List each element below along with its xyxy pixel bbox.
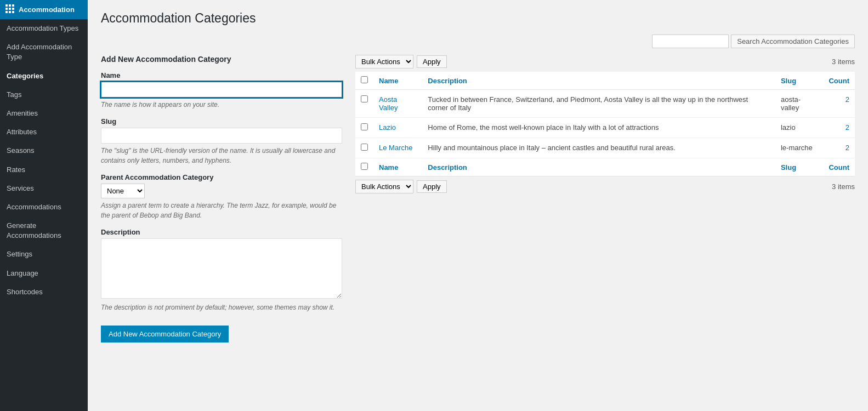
items-count-top: 3 items <box>832 58 855 66</box>
row-checkbox-lazio[interactable] <box>361 123 368 130</box>
parent-hint: Assign a parent term to create a hierarc… <box>101 201 342 220</box>
name-hint: The name is how it appears on your site. <box>101 100 342 110</box>
bulk-actions-select-top[interactable]: Bulk Actions <box>355 55 413 68</box>
sidebar-nav: Accommodation TypesAdd Accommodation Typ… <box>0 19 88 301</box>
sidebar-item-rates[interactable]: Rates <box>0 161 88 179</box>
parent-select[interactable]: None <box>101 184 145 198</box>
header-slug: Slug <box>775 72 824 90</box>
grid-icon <box>5 4 14 15</box>
table-panel: Bulk Actions Apply 3 items Name <box>355 55 855 197</box>
footer-name[interactable]: Name <box>373 158 422 176</box>
header-checkbox-cell <box>355 72 373 90</box>
sidebar-item-attributes[interactable]: Attributes <box>0 123 88 141</box>
row-name-le-marche: Le Marche <box>373 138 422 158</box>
submit-button[interactable]: Add New Accommodation Category <box>101 326 229 342</box>
table-row: Aosta Valley Tucked in between France, S… <box>355 90 855 118</box>
search-area: Search Accommodation Categories <box>652 35 855 48</box>
row-checkbox-aosta-valley[interactable] <box>361 95 368 102</box>
svg-rect-0 <box>5 4 8 7</box>
top-bar: Search Accommodation Categories <box>101 35 855 48</box>
slug-input[interactable] <box>101 128 342 144</box>
footer-count: Count <box>823 158 855 176</box>
name-label: Name <box>101 71 342 79</box>
row-checkbox-le-marche[interactable] <box>361 144 368 151</box>
select-all-checkbox-bottom[interactable] <box>361 163 368 170</box>
bulk-bar-top: Bulk Actions Apply 3 items <box>355 55 855 68</box>
row-count-le-marche[interactable]: 2 <box>823 138 855 158</box>
sidebar-item-generate-accommodations[interactable]: Generate Accommodations <box>0 216 88 245</box>
sidebar-header[interactable]: Accommodation <box>0 0 88 19</box>
row-description-aosta-valley: Tucked in between France, Switzerland, a… <box>422 90 775 118</box>
content-area: Add New Accommodation Category Name The … <box>101 55 855 342</box>
search-input[interactable] <box>652 35 729 48</box>
sidebar-item-accommodations[interactable]: Accommodations <box>0 198 88 216</box>
header-name[interactable]: Name <box>373 72 422 90</box>
parent-group: Parent Accommodation Category None Assig… <box>101 173 342 220</box>
row-name-link-lazio[interactable]: Lazio <box>379 123 396 132</box>
search-button[interactable]: Search Accommodation Categories <box>731 35 855 48</box>
header-description: Description <box>422 72 775 90</box>
svg-rect-3 <box>5 8 8 10</box>
description-group: Description The description is not promi… <box>101 228 342 312</box>
description-label: Description <box>101 228 342 236</box>
sidebar-item-accommodation-types[interactable]: Accommodation Types <box>0 19 88 38</box>
sidebar-item-settings[interactable]: Settings <box>0 245 88 264</box>
name-group: Name The name is how it appears on your … <box>101 71 342 110</box>
slug-group: Slug The "slug" is the URL-friendly vers… <box>101 117 342 165</box>
sidebar-item-add-accommodation-type[interactable]: Add Accommodation Type <box>0 38 88 66</box>
sidebar-item-shortcodes[interactable]: Shortcodes <box>0 283 88 301</box>
slug-label: Slug <box>101 117 342 125</box>
svg-rect-4 <box>9 8 11 10</box>
footer-checkbox-cell <box>355 158 373 176</box>
svg-rect-7 <box>9 11 11 13</box>
form-title: Add New Accommodation Category <box>101 55 342 64</box>
parent-select-wrap: None <box>101 184 342 198</box>
svg-rect-1 <box>9 4 11 7</box>
slug-hint: The "slug" is the URL-friendly version o… <box>101 146 342 165</box>
row-name-lazio: Lazio <box>373 118 422 138</box>
description-textarea[interactable] <box>101 238 342 299</box>
sidebar-item-language[interactable]: Language <box>0 264 88 283</box>
svg-rect-8 <box>12 11 14 13</box>
row-description-lazio: Home of Rome, the most well-known place … <box>422 118 775 138</box>
sidebar: Accommodation Accommodation TypesAdd Acc… <box>0 0 88 411</box>
main-content: Accommodation Categories Search Accommod… <box>88 0 868 411</box>
sidebar-item-tags[interactable]: Tags <box>0 85 88 104</box>
apply-button-top[interactable]: Apply <box>417 55 447 68</box>
categories-table: Name Description Slug Count <box>355 72 855 176</box>
apply-button-bottom[interactable]: Apply <box>417 180 447 193</box>
row-slug-le-marche: le-marche <box>775 138 824 158</box>
table-row: Lazio Home of Rome, the most well-known … <box>355 118 855 138</box>
bulk-actions-select-bottom[interactable]: Bulk Actions <box>355 180 413 193</box>
table-foot: Name Description Slug Count <box>355 158 855 176</box>
sidebar-item-services[interactable]: Services <box>0 179 88 198</box>
select-all-checkbox[interactable] <box>361 76 368 83</box>
form-panel: Add New Accommodation Category Name The … <box>101 55 342 342</box>
name-input[interactable] <box>101 82 342 98</box>
row-name-link-le-marche[interactable]: Le Marche <box>379 144 412 152</box>
row-checkbox-cell <box>355 138 373 158</box>
sidebar-item-amenities[interactable]: Amenities <box>0 104 88 123</box>
row-count-aosta-valley[interactable]: 2 <box>823 90 855 118</box>
sidebar-item-categories[interactable]: Categories <box>0 67 88 85</box>
table-footer-row: Name Description Slug Count <box>355 158 855 176</box>
row-count-lazio[interactable]: 2 <box>823 118 855 138</box>
row-name-link-aosta-valley[interactable]: Aosta Valley <box>379 95 398 112</box>
svg-rect-5 <box>12 8 14 10</box>
table-header-row: Name Description Slug Count <box>355 72 855 90</box>
parent-label: Parent Accommodation Category <box>101 173 342 181</box>
row-name-aosta-valley: Aosta Valley <box>373 90 422 118</box>
svg-rect-6 <box>5 11 8 13</box>
row-checkbox-cell <box>355 90 373 118</box>
bulk-bar-bottom: Bulk Actions Apply 3 items <box>355 180 855 193</box>
table-head: Name Description Slug Count <box>355 72 855 90</box>
footer-description: Description <box>422 158 775 176</box>
bulk-bar-left-top: Bulk Actions Apply <box>355 55 447 68</box>
row-slug-lazio: lazio <box>775 118 824 138</box>
footer-slug: Slug <box>775 158 824 176</box>
row-description-le-marche: Hilly and mountainous place in Italy – a… <box>422 138 775 158</box>
description-hint: The description is not prominent by defa… <box>101 302 342 312</box>
svg-rect-2 <box>12 4 14 7</box>
row-checkbox-cell <box>355 118 373 138</box>
sidebar-item-seasons[interactable]: Seasons <box>0 141 88 160</box>
